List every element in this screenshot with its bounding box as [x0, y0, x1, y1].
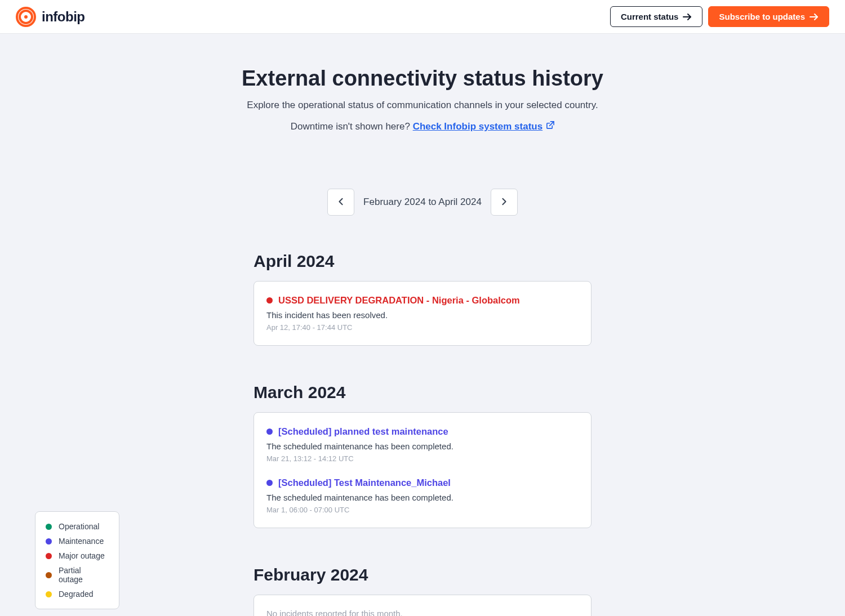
- month-card: No incidents reported for this month.: [254, 595, 592, 616]
- months-list: April 2024USSD DELIVERY DEGRADATION - Ni…: [254, 238, 592, 616]
- month-card: USSD DELIVERY DEGRADATION - Nigeria - Gl…: [254, 281, 592, 346]
- arrow-right-icon: [683, 13, 692, 21]
- month-heading: March 2024: [254, 383, 592, 402]
- legend-label: Operational: [59, 522, 99, 531]
- legend-label: Partial outage: [59, 566, 106, 584]
- date-pager: February 2024 to April 2024: [327, 189, 518, 216]
- incident-item: USSD DELIVERY DEGRADATION - Nigeria - Gl…: [266, 295, 579, 332]
- legend-label: Major outage: [59, 551, 105, 560]
- current-status-button[interactable]: Current status: [610, 6, 703, 27]
- date-range-label: February 2024 to April 2024: [363, 197, 482, 208]
- brand-logo-icon: [16, 7, 36, 27]
- arrow-right-icon: [810, 13, 819, 21]
- legend-item: Partial outage: [46, 566, 106, 584]
- legend-dot-icon: [46, 572, 52, 578]
- chevron-left-icon: [337, 198, 344, 207]
- svg-line-2: [550, 122, 554, 126]
- legend-dot-icon: [46, 591, 52, 597]
- incident-title[interactable]: [Scheduled] Test Maintenance_Michael: [266, 477, 579, 488]
- header-actions: Current status Subscribe to updates: [610, 6, 829, 27]
- page: External connectivity status history Exp…: [0, 34, 845, 616]
- month-card: [Scheduled] planned test maintenanceThe …: [254, 412, 592, 528]
- incident-title-label: [Scheduled] Test Maintenance_Michael: [278, 477, 451, 488]
- incident-item: [Scheduled] planned test maintenanceThe …: [266, 426, 579, 463]
- incident-timestamp: Apr 12, 17:40 - 17:44 UTC: [266, 323, 579, 332]
- legend-item: Major outage: [46, 551, 106, 560]
- month-empty-message: No incidents reported for this month.: [266, 609, 579, 616]
- status-dot-icon: [266, 480, 273, 486]
- legend-item: Degraded: [46, 590, 106, 599]
- month-heading: April 2024: [254, 252, 592, 271]
- incident-title-label: [Scheduled] planned test maintenance: [278, 426, 448, 437]
- subscribe-button[interactable]: Subscribe to updates: [708, 6, 829, 27]
- legend-item: Operational: [46, 522, 106, 531]
- check-system-status-label: Check Infobip system status: [413, 121, 543, 132]
- incident-item: [Scheduled] Test Maintenance_MichaelThe …: [266, 477, 579, 514]
- brand-logo[interactable]: infobip: [16, 7, 84, 27]
- page-subtitle: Explore the operational status of commun…: [242, 100, 603, 111]
- incident-title[interactable]: USSD DELIVERY DEGRADATION - Nigeria - Gl…: [266, 295, 579, 306]
- check-system-status-link[interactable]: Check Infobip system status: [413, 121, 555, 132]
- incident-timestamp: Mar 21, 13:12 - 14:12 UTC: [266, 454, 579, 463]
- incident-description: The scheduled maintenance has been compl…: [266, 441, 579, 451]
- status-dot-icon: [266, 428, 273, 435]
- chevron-right-icon: [501, 198, 508, 207]
- subscribe-label: Subscribe to updates: [719, 12, 805, 21]
- incident-title[interactable]: [Scheduled] planned test maintenance: [266, 426, 579, 437]
- status-legend: OperationalMaintenanceMajor outagePartia…: [35, 511, 119, 609]
- incident-title-label: USSD DELIVERY DEGRADATION - Nigeria - Gl…: [278, 295, 520, 306]
- brand-name: infobip: [42, 9, 84, 25]
- incident-description: This incident has been resolved.: [266, 310, 579, 320]
- legend-label: Maintenance: [59, 537, 104, 546]
- external-link-icon: [546, 121, 554, 132]
- next-range-button[interactable]: [491, 189, 518, 216]
- downtime-help-line: Downtime isn't shown here? Check Infobip…: [242, 121, 603, 132]
- hero: External connectivity status history Exp…: [230, 34, 615, 132]
- incident-description: The scheduled maintenance has been compl…: [266, 493, 579, 502]
- legend-dot-icon: [46, 524, 52, 530]
- prev-range-button[interactable]: [327, 189, 354, 216]
- incident-timestamp: Mar 1, 06:00 - 07:00 UTC: [266, 506, 579, 514]
- header: infobip Current status Subscribe to upda…: [0, 0, 845, 34]
- legend-label: Degraded: [59, 590, 94, 599]
- downtime-prefix: Downtime isn't shown here?: [291, 121, 413, 132]
- current-status-label: Current status: [621, 12, 679, 21]
- legend-dot-icon: [46, 538, 52, 544]
- month-heading: February 2024: [254, 565, 592, 584]
- legend-item: Maintenance: [46, 537, 106, 546]
- legend-dot-icon: [46, 553, 52, 559]
- page-title: External connectivity status history: [242, 66, 603, 91]
- status-dot-icon: [266, 297, 273, 303]
